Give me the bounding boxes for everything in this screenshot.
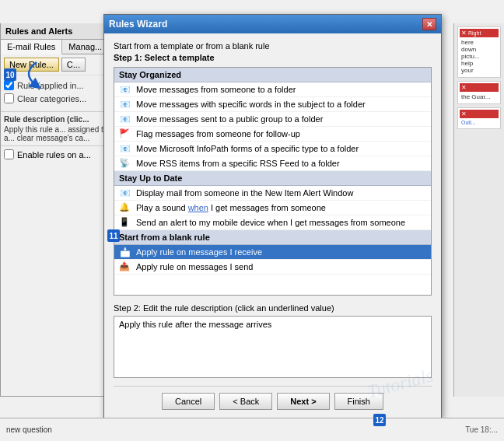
right-x-icon-2: ✕ xyxy=(461,84,467,91)
dialog-titlebar: Rules Wizard ✕ xyxy=(104,15,441,33)
mail-icon: 📧 xyxy=(119,187,131,198)
dialog-title: Rules Wizard xyxy=(109,19,167,30)
clear-label: Clear categories... xyxy=(17,94,86,103)
right-item-2: ✕ the Guar... xyxy=(457,81,501,104)
section-stay-uptodate: Stay Up to Date xyxy=(114,171,431,186)
enable-rules-label: Enable rules on a... xyxy=(17,150,91,159)
question-label-1: new question xyxy=(6,425,52,434)
when-link[interactable]: when xyxy=(188,203,208,212)
template-list-box[interactable]: Stay Organized 📧 Move messages from some… xyxy=(114,67,432,296)
template-item-flag-followup[interactable]: 🚩 Flag messages from someone for follow-… xyxy=(114,127,431,142)
rule-applied-label: Rule (applied in... xyxy=(17,81,84,90)
step-intro-label: Start from a template or from a blank ru… xyxy=(114,41,432,62)
badge-11: 11 xyxy=(107,229,120,242)
dialog-buttons: Cancel < Back Next > Finish xyxy=(114,386,432,410)
next-button[interactable]: Next > xyxy=(277,393,329,410)
template-item-display-alert[interactable]: 📧 Display mail from someone in the New I… xyxy=(114,186,431,201)
right-item-3: ✕ Outl... xyxy=(457,107,501,129)
mail-icon: 📧 xyxy=(119,84,131,95)
rss-icon: 📡 xyxy=(119,158,131,169)
finish-button[interactable]: Finish xyxy=(334,393,383,410)
template-item-public-group[interactable]: 📧 Move messages sent to a public group t… xyxy=(114,112,431,127)
rule-checkbox[interactable] xyxy=(4,80,14,90)
badge-10: 10 xyxy=(4,68,16,81)
cancel-button[interactable]: Cancel xyxy=(162,393,215,410)
timestamp-1: Tue 18:... xyxy=(465,425,498,434)
right-sidebar: ✕ Right heredownpictu...helpyour ✕ the G… xyxy=(453,23,504,397)
template-item-receive-rule[interactable]: 📩 Apply rule on messages I receive xyxy=(114,245,431,260)
tab-email-rules[interactable]: E-mail Rules xyxy=(1,40,62,54)
badge-12: 12 xyxy=(373,414,386,426)
section-stay-organized: Stay Organized xyxy=(114,68,431,82)
section-blank-rule: Start from a blank rule xyxy=(114,230,431,245)
description-text: Apply this rule after the message arrive… xyxy=(119,320,271,329)
template-item-play-sound[interactable]: 🔔 Play a sound when I get messages from … xyxy=(114,201,431,215)
mail-receive-icon: 📩 xyxy=(119,247,131,257)
template-item-send-rule[interactable]: 📤 Apply rule on messages I send xyxy=(114,260,431,275)
rules-wizard-dialog: Rules Wizard ✕ Start from a template or … xyxy=(103,14,442,418)
rule-description-box: Apply this rule after the message arrive… xyxy=(114,316,432,378)
clear-checkbox[interactable] xyxy=(4,93,14,103)
step2-label: Step 2: Edit the rule description (click… xyxy=(114,303,432,313)
mail-icon: 📧 xyxy=(119,114,131,124)
status-bar: new question Tue 18:... xyxy=(0,418,504,441)
dialog-content: Start from a template or from a blank ru… xyxy=(104,33,441,418)
right-item-1: ✕ Right heredownpictu...helpyour xyxy=(457,26,501,78)
mail-icon: 📧 xyxy=(119,143,131,154)
right-x-icon: ✕ xyxy=(461,30,467,37)
back-button[interactable]: < Back xyxy=(219,393,272,410)
dialog-close-button[interactable]: ✕ xyxy=(422,18,436,30)
template-item-infopath[interactable]: 📧 Move Microsoft InfoPath forms of a spe… xyxy=(114,142,431,156)
sound-icon: 🔔 xyxy=(119,202,131,213)
tab-manage[interactable]: Manag... xyxy=(62,40,109,54)
template-item-mobile-alert[interactable]: 📱 Send an alert to my mobile device when… xyxy=(114,215,431,230)
template-item-rss[interactable]: 📡 Move RSS items from a specific RSS Fee… xyxy=(114,156,431,171)
right-x-icon-3: ✕ xyxy=(461,110,467,117)
template-item-specific-words[interactable]: 📧 Move messages with specific words in t… xyxy=(114,97,431,112)
copy-button[interactable]: C... xyxy=(61,58,86,72)
mail-send-icon: 📤 xyxy=(119,261,131,272)
flag-icon: 🚩 xyxy=(119,128,131,139)
mobile-icon: 📱 xyxy=(119,217,131,228)
mail-icon: 📧 xyxy=(119,99,131,110)
template-item-move-from-someone[interactable]: 📧 Move messages from someone to a folder xyxy=(114,82,431,97)
enable-rules-checkbox[interactable] xyxy=(4,149,14,159)
